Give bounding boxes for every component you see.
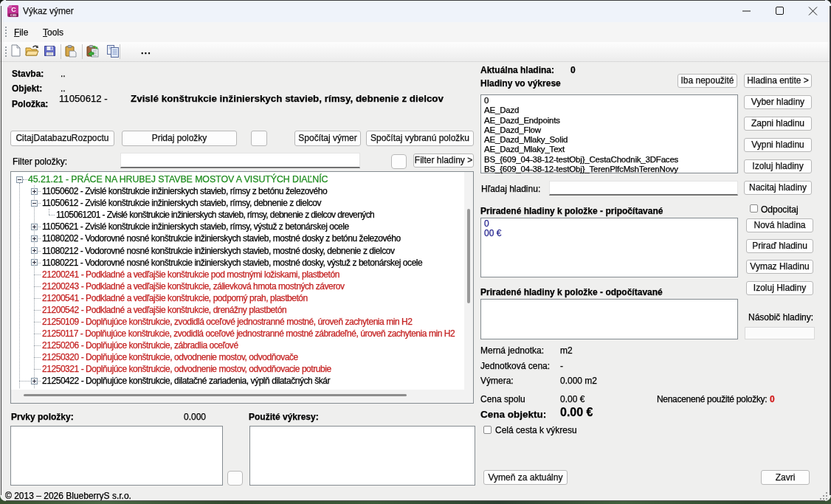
svg-text:C3D: C3D [10,13,16,17]
svg-text:C: C [11,6,16,13]
